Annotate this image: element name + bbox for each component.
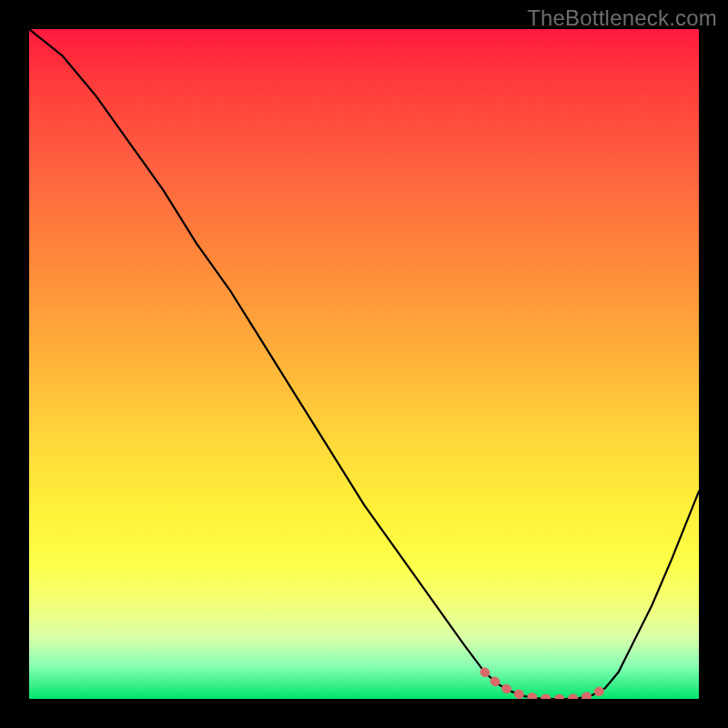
chart-plot-area [29, 29, 699, 699]
chart-frame: TheBottleneck.com [0, 0, 728, 728]
chart-svg [29, 29, 699, 699]
watermark-text: TheBottleneck.com [527, 5, 717, 31]
bottleneck-curve [29, 29, 699, 699]
flat-minimum-highlight [484, 672, 604, 699]
